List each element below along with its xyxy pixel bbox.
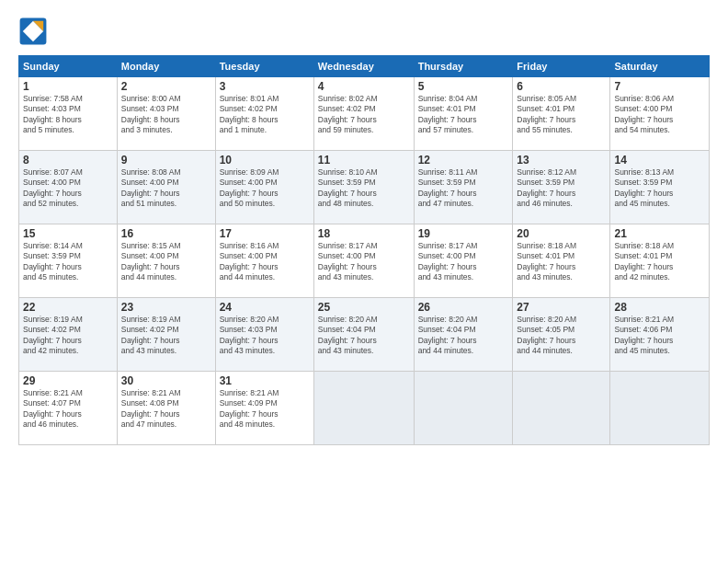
day-cell: 5Sunrise: 8:04 AM Sunset: 4:01 PM Daylig… <box>414 77 513 151</box>
week-row-2: 8Sunrise: 8:07 AM Sunset: 4:00 PM Daylig… <box>19 151 710 224</box>
day-cell: 13Sunrise: 8:12 AM Sunset: 3:59 PM Dayli… <box>513 151 610 224</box>
day-cell: 14Sunrise: 8:13 AM Sunset: 3:59 PM Dayli… <box>610 151 710 224</box>
day-cell: 31Sunrise: 8:21 AM Sunset: 4:09 PM Dayli… <box>215 372 313 445</box>
day-info: Sunrise: 8:21 AM Sunset: 4:07 PM Dayligh… <box>23 388 113 431</box>
day-number: 12 <box>418 154 509 167</box>
calendar-header: SundayMondayTuesdayWednesdayThursdayFrid… <box>19 56 710 77</box>
day-number: 5 <box>418 80 509 93</box>
day-info: Sunrise: 8:21 AM Sunset: 4:08 PM Dayligh… <box>121 388 211 431</box>
day-cell: 28Sunrise: 8:21 AM Sunset: 4:06 PM Dayli… <box>610 298 710 372</box>
header-row: SundayMondayTuesdayWednesdayThursdayFrid… <box>19 56 710 77</box>
day-cell: 20Sunrise: 8:18 AM Sunset: 4:01 PM Dayli… <box>513 224 610 298</box>
day-cell <box>610 372 710 445</box>
day-info: Sunrise: 8:07 AM Sunset: 4:00 PM Dayligh… <box>23 167 113 210</box>
day-number: 29 <box>23 374 113 387</box>
day-number: 19 <box>418 227 509 240</box>
day-info: Sunrise: 8:20 AM Sunset: 4:04 PM Dayligh… <box>318 315 410 357</box>
day-info: Sunrise: 8:13 AM Sunset: 3:59 PM Dayligh… <box>614 167 705 210</box>
day-cell: 24Sunrise: 8:20 AM Sunset: 4:03 PM Dayli… <box>215 298 313 372</box>
week-row-3: 15Sunrise: 8:14 AM Sunset: 3:59 PM Dayli… <box>19 224 710 298</box>
day-number: 9 <box>121 154 211 167</box>
day-number: 21 <box>614 227 705 240</box>
day-number: 15 <box>23 227 113 240</box>
day-cell: 25Sunrise: 8:20 AM Sunset: 4:04 PM Dayli… <box>313 298 414 372</box>
calendar-table: SundayMondayTuesdayWednesdayThursdayFrid… <box>18 55 710 445</box>
day-cell: 2Sunrise: 8:00 AM Sunset: 4:03 PM Daylig… <box>117 77 215 151</box>
day-number: 23 <box>121 301 211 314</box>
day-cell: 16Sunrise: 8:15 AM Sunset: 4:00 PM Dayli… <box>117 224 215 298</box>
day-info: Sunrise: 8:17 AM Sunset: 4:00 PM Dayligh… <box>318 241 410 283</box>
day-info: Sunrise: 8:20 AM Sunset: 4:03 PM Dayligh… <box>220 315 310 357</box>
day-info: Sunrise: 8:18 AM Sunset: 4:01 PM Dayligh… <box>517 241 606 283</box>
day-info: Sunrise: 8:08 AM Sunset: 4:00 PM Dayligh… <box>121 167 211 210</box>
day-cell: 29Sunrise: 8:21 AM Sunset: 4:07 PM Dayli… <box>19 372 118 445</box>
calendar-body: 1Sunrise: 7:58 AM Sunset: 4:03 PM Daylig… <box>19 77 710 445</box>
day-number: 18 <box>318 227 410 240</box>
logo <box>18 17 51 46</box>
day-number: 13 <box>517 154 606 167</box>
day-info: Sunrise: 8:09 AM Sunset: 4:00 PM Dayligh… <box>220 167 310 210</box>
day-cell: 7Sunrise: 8:06 AM Sunset: 4:00 PM Daylig… <box>610 77 710 151</box>
header-cell-friday: Friday <box>513 56 610 77</box>
day-info: Sunrise: 7:58 AM Sunset: 4:03 PM Dayligh… <box>23 94 113 136</box>
header-cell-tuesday: Tuesday <box>215 56 313 77</box>
day-number: 7 <box>614 80 705 93</box>
header-cell-monday: Monday <box>117 56 215 77</box>
day-number: 1 <box>23 80 113 93</box>
header <box>18 17 710 46</box>
day-cell <box>513 372 610 445</box>
day-cell: 1Sunrise: 7:58 AM Sunset: 4:03 PM Daylig… <box>19 77 118 151</box>
day-number: 28 <box>614 301 705 314</box>
day-cell <box>414 372 513 445</box>
day-cell: 23Sunrise: 8:19 AM Sunset: 4:02 PM Dayli… <box>117 298 215 372</box>
day-info: Sunrise: 8:17 AM Sunset: 4:00 PM Dayligh… <box>418 241 509 283</box>
logo-icon <box>18 17 48 46</box>
week-row-1: 1Sunrise: 7:58 AM Sunset: 4:03 PM Daylig… <box>19 77 710 151</box>
day-number: 30 <box>121 374 211 387</box>
day-info: Sunrise: 8:05 AM Sunset: 4:01 PM Dayligh… <box>517 94 606 136</box>
header-cell-sunday: Sunday <box>19 56 118 77</box>
day-info: Sunrise: 8:21 AM Sunset: 4:06 PM Dayligh… <box>614 315 705 357</box>
day-info: Sunrise: 8:11 AM Sunset: 3:59 PM Dayligh… <box>418 167 509 210</box>
header-cell-thursday: Thursday <box>414 56 513 77</box>
day-cell: 22Sunrise: 8:19 AM Sunset: 4:02 PM Dayli… <box>19 298 118 372</box>
day-info: Sunrise: 8:20 AM Sunset: 4:05 PM Dayligh… <box>517 315 606 357</box>
day-cell: 4Sunrise: 8:02 AM Sunset: 4:02 PM Daylig… <box>313 77 414 151</box>
day-info: Sunrise: 8:20 AM Sunset: 4:04 PM Dayligh… <box>418 315 509 357</box>
day-cell: 3Sunrise: 8:01 AM Sunset: 4:02 PM Daylig… <box>215 77 313 151</box>
day-info: Sunrise: 8:06 AM Sunset: 4:00 PM Dayligh… <box>614 94 705 136</box>
day-number: 4 <box>318 80 410 93</box>
day-number: 16 <box>121 227 211 240</box>
day-number: 31 <box>220 374 310 387</box>
day-info: Sunrise: 8:12 AM Sunset: 3:59 PM Dayligh… <box>517 167 606 210</box>
day-cell: 10Sunrise: 8:09 AM Sunset: 4:00 PM Dayli… <box>215 151 313 224</box>
header-cell-wednesday: Wednesday <box>313 56 414 77</box>
day-cell: 6Sunrise: 8:05 AM Sunset: 4:01 PM Daylig… <box>513 77 610 151</box>
day-number: 20 <box>517 227 606 240</box>
day-number: 8 <box>23 154 113 167</box>
day-number: 27 <box>517 301 606 314</box>
day-cell <box>313 372 414 445</box>
header-cell-saturday: Saturday <box>610 56 710 77</box>
day-number: 14 <box>614 154 705 167</box>
day-number: 3 <box>220 80 310 93</box>
day-number: 11 <box>318 154 410 167</box>
day-info: Sunrise: 8:00 AM Sunset: 4:03 PM Dayligh… <box>121 94 211 136</box>
day-info: Sunrise: 8:10 AM Sunset: 3:59 PM Dayligh… <box>318 167 410 210</box>
day-number: 17 <box>220 227 310 240</box>
day-info: Sunrise: 8:16 AM Sunset: 4:00 PM Dayligh… <box>220 241 310 283</box>
day-cell: 30Sunrise: 8:21 AM Sunset: 4:08 PM Dayli… <box>117 372 215 445</box>
day-info: Sunrise: 8:04 AM Sunset: 4:01 PM Dayligh… <box>418 94 509 136</box>
day-info: Sunrise: 8:15 AM Sunset: 4:00 PM Dayligh… <box>121 241 211 283</box>
day-number: 26 <box>418 301 509 314</box>
day-number: 25 <box>318 301 410 314</box>
day-info: Sunrise: 8:21 AM Sunset: 4:09 PM Dayligh… <box>220 388 310 431</box>
day-cell: 9Sunrise: 8:08 AM Sunset: 4:00 PM Daylig… <box>117 151 215 224</box>
day-info: Sunrise: 8:19 AM Sunset: 4:02 PM Dayligh… <box>23 315 113 357</box>
day-number: 6 <box>517 80 606 93</box>
day-cell: 26Sunrise: 8:20 AM Sunset: 4:04 PM Dayli… <box>414 298 513 372</box>
day-info: Sunrise: 8:02 AM Sunset: 4:02 PM Dayligh… <box>318 94 410 136</box>
day-cell: 8Sunrise: 8:07 AM Sunset: 4:00 PM Daylig… <box>19 151 118 224</box>
week-row-4: 22Sunrise: 8:19 AM Sunset: 4:02 PM Dayli… <box>19 298 710 372</box>
day-info: Sunrise: 8:14 AM Sunset: 3:59 PM Dayligh… <box>23 241 113 283</box>
